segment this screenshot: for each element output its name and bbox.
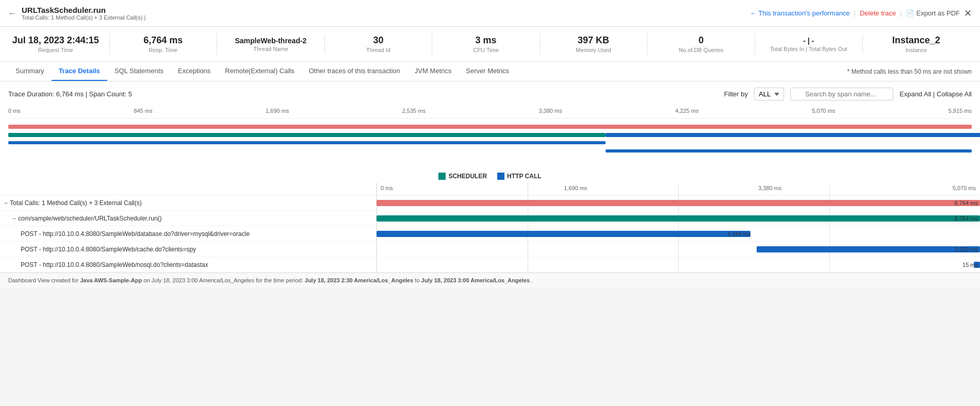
method-calls-note: * Method calls less than 50 ms are not s… [847,63,972,80]
metric-db-queries: 0 No.of.DB Queries [647,33,755,55]
tabs-list: Summary Trace Details SQL Statements Exc… [8,62,516,81]
label-row-3: POST - http://10.10.0.4:8080/SampleWeb/c… [0,242,376,257]
toggle-0[interactable]: − [4,199,8,207]
toggle-1[interactable]: − [12,215,16,222]
page-title: URLTaskScheduler.run [22,6,145,14]
label-row-4: POST - http://10.10.0.4:8080/SampleWeb/n… [0,257,376,273]
bar-2 [377,231,750,237]
collapse-all-button[interactable]: Collapse All [937,90,972,98]
export-pdf-button[interactable]: 📄 Export as PDF [906,9,960,17]
bar-row-1: 6,764 ms [377,211,980,226]
page-header: ← URLTaskScheduler.run Total Calls: 1 Me… [0,0,980,27]
metric-thread-name: SampleWeb-thread-2 Thread Name [217,35,325,54]
right-bars: 0 ms 1,690 ms 3,380 ms 5,070 ms 6,764 ms… [377,183,980,273]
pdf-icon: 📄 [906,9,914,17]
label-row-1: − com/sample/web/scheduler/URLTaskSchedu… [0,211,376,226]
header-subtitle: Total Calls: 1 Method Call(s) + 3 Extern… [22,14,145,21]
header-left: ← URLTaskScheduler.run Total Calls: 1 Me… [8,6,145,21]
search-input[interactable] [790,88,893,100]
tab-exceptions[interactable]: Exceptions [171,62,218,81]
gantt-bar-teal-2 [606,133,980,137]
label-row-2: POST - http://10.10.0.4:8080/SampleWeb/d… [0,226,376,242]
bar-1 [377,215,980,222]
tab-remote[interactable]: Remote(External) Calls [218,62,301,81]
bottom-ruler-spacer [0,183,376,195]
trace-header: Trace Duration: 6,764 ms | Span Count: 5… [8,88,972,100]
tab-trace-details[interactable]: Trace Details [52,62,107,81]
metric-cpu-time: 3 ms CPU Time [432,33,540,55]
back-button[interactable]: ← [8,9,17,18]
gantt-preview [8,118,972,159]
delete-trace-button[interactable]: Delete trace [860,9,896,17]
gantt-bar-blue-2 [606,149,972,153]
bottom-gantt-section: SCHEDULER HTTP CALL − Total Calls: 1 Met… [0,170,980,273]
bar-row-2: 4,194 ms [377,226,980,242]
bar-row-0: 6,764 ms [377,195,980,211]
metrics-bar: Jul 18, 2023 2:44:15 Request Time 6,764 … [0,27,980,62]
nav-tabs: Summary Trace Details SQL Statements Exc… [0,62,980,81]
http-call-color [497,173,504,180]
trace-content: Trace Duration: 6,764 ms | Span Count: 5… [0,81,980,170]
metric-request-time: Jul 18, 2023 2:44:15 Request Time [10,33,110,55]
bottom-table: − Total Calls: 1 Method Call(s) + 3 Exte… [0,183,980,273]
metric-thread-id: 30 Thread Id [325,33,433,55]
legend: SCHEDULER HTTP CALL [0,170,980,183]
metric-memory: 397 KB Memory Used [540,33,648,55]
close-button[interactable]: ✕ [964,8,972,19]
tab-summary[interactable]: Summary [8,62,52,81]
tab-other-traces[interactable]: Other traces of this transaction [302,62,407,81]
bar-0 [377,200,980,206]
search-container: 🔍 [790,88,893,100]
tab-server[interactable]: Server Metrics [459,62,516,81]
trace-info: Trace Duration: 6,764 ms | Span Count: 5 [8,90,132,98]
expand-collapse-controls: Expand All | Collapse All [900,90,972,98]
trace-controls: Filter by ALL 🔍 Expand All | Collapse Al… [724,88,972,100]
header-right: ← This transaction's performance | Delet… [750,8,972,19]
tab-sql[interactable]: SQL Statements [107,62,171,81]
label-row-0: − Total Calls: 1 Method Call(s) + 3 Exte… [0,195,376,211]
footer-text: Dashboard View created for Java AWS-Samp… [8,277,533,283]
legend-http-call: HTTP CALL [497,173,541,180]
legend-scheduler: SCHEDULER [438,173,487,180]
expand-all-button[interactable]: Expand All [900,90,931,98]
gantt-bar-red [8,125,972,129]
transaction-performance-link[interactable]: ← This transaction's performance [750,9,850,17]
metric-instance: Instance_2 Instance [863,33,970,55]
filter-dropdown[interactable]: ALL [754,88,784,100]
bar-row-3: 2,529 ms [377,242,980,257]
timeline-ruler: 0 ms 845 ms 1,690 ms 2,535 ms 3,380 ms 4… [8,106,972,116]
tab-jvm[interactable]: JVM Metrics [407,62,459,81]
scheduler-color [438,173,446,180]
gantt-bar-blue-1 [8,141,606,144]
bar-3 [757,246,980,252]
footer: Dashboard View created for Java AWS-Samp… [0,273,980,287]
gantt-bar-teal-1 [8,133,606,137]
metric-resp-time: 6,764 ms Resp. Time [110,33,218,55]
metric-bytes: - | - Total Bytes In | Total Bytes Out [755,35,863,54]
left-labels: − Total Calls: 1 Method Call(s) + 3 Exte… [0,183,377,273]
bar-row-4: 15 ms [377,257,980,273]
